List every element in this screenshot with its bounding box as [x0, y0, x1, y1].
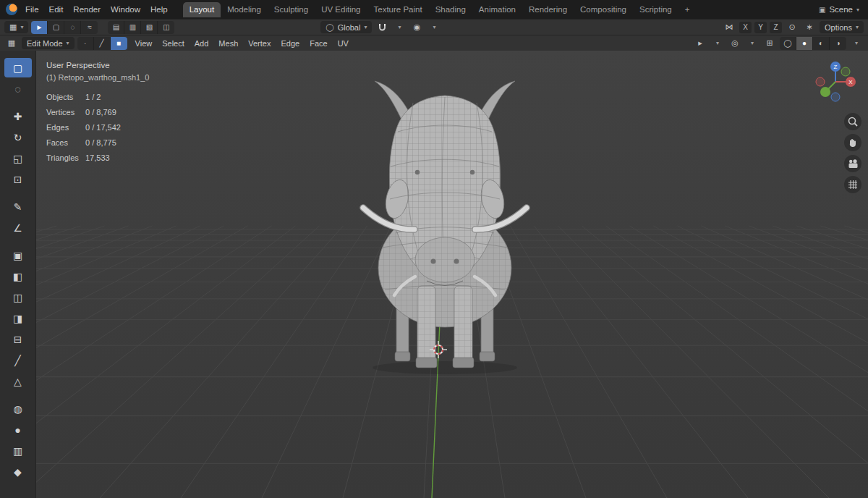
mirror-y-toggle[interactable]: Y — [754, 22, 767, 33]
menu-file[interactable]: File — [20, 4, 44, 15]
viewport-menu-mesh[interactable]: Mesh — [213, 38, 243, 49]
orthographic-toggle-button[interactable] — [844, 176, 861, 193]
gizmo-neg-x-axis[interactable] — [816, 77, 825, 86]
xray-toggle-button[interactable]: ⊞ — [762, 37, 777, 50]
tool-add-cube[interactable]: ▣ — [4, 245, 32, 265]
transform-orientation-dropdown[interactable]: ◯ Global ▾ — [320, 21, 372, 33]
tool-select-box[interactable]: ▢ — [4, 58, 32, 77]
viewport-menu-select[interactable]: Select — [157, 38, 190, 49]
viewport-stats: Objects1 / 2Vertices0 / 8,769Edges0 / 17… — [46, 91, 149, 164]
workspace-tab-layout[interactable]: Layout — [183, 2, 221, 17]
mirror-icon-button[interactable]: ⋈ — [722, 21, 736, 34]
gizmo-neg-y-axis[interactable] — [841, 67, 850, 76]
wireframe-shading-button[interactable]: ◯ — [780, 37, 796, 50]
show-overlays-button[interactable]: ◎ — [728, 37, 742, 50]
editor-type-button[interactable]: ▦ ▾ — [4, 21, 28, 33]
viewport-menu-view[interactable]: View — [130, 38, 158, 49]
solid-shading-button[interactable]: ● — [796, 37, 813, 50]
camera-view-button[interactable] — [844, 155, 861, 172]
workspace-tab-rendering[interactable]: Rendering — [522, 2, 574, 17]
tool-edge-slide[interactable]: ▥ — [4, 441, 32, 460]
options-dropdown[interactable]: Options ▾ — [820, 21, 864, 33]
snap-settings-dropdown[interactable]: ▾ — [392, 21, 407, 34]
tool-select-lasso-button[interactable]: ≈ — [81, 21, 98, 34]
mirror-z-toggle[interactable]: Z — [770, 22, 782, 33]
mode-dropdown[interactable]: Edit Mode ▾ — [22, 37, 75, 49]
tool-rip-region[interactable]: ◆ — [4, 462, 32, 481]
material-shading-button[interactable]: ◐ — [813, 37, 830, 50]
tool-option-1-button[interactable]: ▤ — [108, 21, 124, 34]
viewport-menu-add[interactable]: Add — [190, 38, 214, 49]
tool-bevel[interactable]: ◨ — [4, 308, 32, 328]
tool-knife[interactable]: ╱ — [4, 350, 32, 370]
proportional-editing-button[interactable]: ◉ — [409, 21, 424, 34]
menu-help[interactable]: Help — [145, 4, 173, 15]
tool-tweak-button[interactable]: ► — [31, 21, 48, 34]
pan-button[interactable] — [844, 134, 861, 151]
workspace-tab-sculpting[interactable]: Sculpting — [268, 2, 315, 17]
tool-select-box-button[interactable]: ▢ — [48, 21, 64, 34]
tool-move[interactable]: ✚ — [4, 106, 32, 126]
menu-edit[interactable]: Edit — [44, 4, 69, 15]
tool-option-3-button[interactable]: ▧ — [141, 21, 158, 34]
show-gizmo-button[interactable]: ▸ — [693, 37, 707, 50]
gizmo-y-axis[interactable] — [820, 87, 830, 97]
tool-transform[interactable]: ⊡ — [4, 169, 32, 189]
tool-extrude-region[interactable]: ◧ — [4, 266, 32, 286]
workspace-tab-shading[interactable]: Shading — [429, 2, 472, 17]
gizmo-neg-z-axis[interactable] — [831, 93, 840, 101]
viewport-menu-edge[interactable]: Edge — [276, 38, 305, 49]
stat-label-objects: Objects — [46, 91, 85, 104]
tool-option-4-button[interactable]: ◫ — [158, 21, 174, 34]
tool-smooth[interactable]: ● — [4, 420, 32, 439]
viewport-menu-vertex[interactable]: Vertex — [243, 38, 276, 49]
workspace-tab-texture-paint[interactable]: Texture Paint — [367, 2, 429, 17]
menu-window[interactable]: Window — [106, 4, 145, 15]
tool-measure[interactable]: ∠ — [4, 218, 32, 237]
tool-annotate[interactable]: ✎ — [4, 197, 32, 216]
editor-type-icon: ▦ — [9, 22, 17, 32]
workspace-tab-uv-editing[interactable]: UV Editing — [315, 2, 367, 17]
gizmo-dropdown[interactable]: ▾ — [710, 37, 725, 50]
3d-viewport[interactable]: User Perspective (1) Retopo_warthog_msh1… — [36, 51, 868, 498]
axis-z-label: Z — [774, 23, 778, 31]
zoom-button[interactable] — [844, 113, 861, 130]
rendered-shading-button[interactable]: ◑ — [830, 37, 846, 50]
workspace-tab-plus[interactable]: + — [678, 2, 697, 17]
workspace-tab-scripting[interactable]: Scripting — [633, 2, 678, 17]
snap-toggle-button[interactable] — [375, 21, 389, 34]
tool-loop-cut[interactable]: ⊟ — [4, 329, 32, 349]
mirror-icon: ⋈ — [726, 22, 733, 32]
select-circle-icon: ◌ — [70, 23, 75, 31]
shading-dropdown[interactable]: ▾ — [849, 37, 864, 50]
workspace-tab-animation[interactable]: Animation — [472, 2, 522, 17]
tool-option-2-button[interactable]: ▥ — [124, 21, 141, 34]
tool-spin[interactable]: ◍ — [4, 399, 32, 418]
edge-select-mode-button[interactable]: ╱ — [94, 37, 111, 50]
tool-scale[interactable]: ◱ — [4, 148, 32, 168]
menu-render[interactable]: Render — [68, 4, 106, 15]
warthog-mesh[interactable] — [363, 81, 527, 368]
mirror-x-toggle[interactable]: X — [739, 22, 752, 33]
editor-type-3d-button[interactable]: ▦ — [4, 37, 19, 50]
scene-selector[interactable]: ▣ Scene ▾ — [819, 5, 862, 14]
snap-extra-button[interactable]: ⊙ — [785, 21, 799, 34]
navigation-gizmo[interactable]: Z X — [810, 56, 861, 107]
viewport-scene — [36, 51, 868, 498]
tool-inset-faces[interactable]: ◫ — [4, 287, 32, 307]
shading-mode-group: ◯ ● ◐ ◑ — [780, 37, 846, 50]
face-select-mode-button[interactable]: ■ — [111, 37, 127, 50]
blender-logo-icon[interactable] — [6, 4, 17, 15]
viewport-menu-uv[interactable]: UV — [333, 38, 354, 49]
viewport-menu-face[interactable]: Face — [305, 38, 332, 49]
workspace-tab-modeling[interactable]: Modeling — [221, 2, 268, 17]
overlays-dropdown[interactable]: ▾ — [745, 37, 760, 50]
options-extra-button[interactable]: ∗ — [802, 21, 817, 34]
workspace-tab-compositing[interactable]: Compositing — [574, 2, 633, 17]
tool-rotate[interactable]: ↻ — [4, 127, 32, 147]
tool-cursor[interactable]: ◌ — [4, 79, 32, 98]
proportional-falloff-dropdown[interactable]: ▾ — [427, 21, 441, 34]
tool-select-circle-button[interactable]: ◌ — [64, 21, 81, 34]
vertex-select-mode-button[interactable]: ∙ — [77, 37, 94, 50]
tool-poly-build[interactable]: △ — [4, 371, 32, 391]
